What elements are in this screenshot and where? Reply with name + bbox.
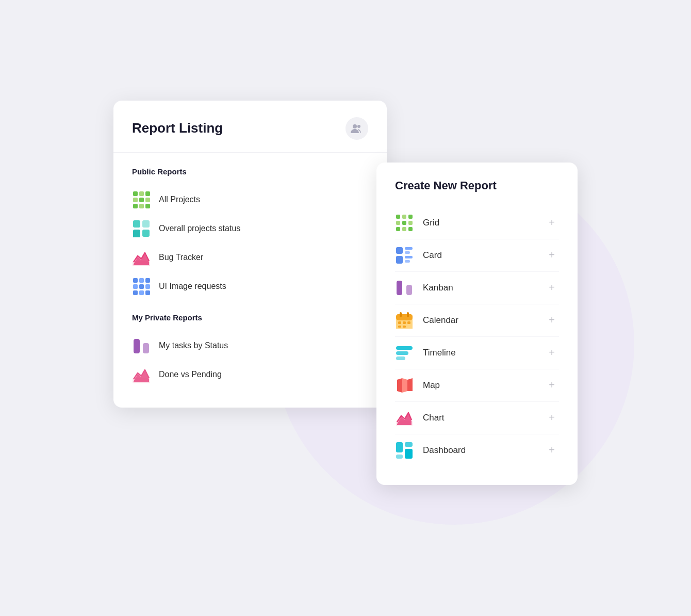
svg-rect-25 (145, 290, 150, 295)
icon-done-vs-pending (132, 365, 151, 384)
svg-rect-42 (405, 256, 413, 258)
create-item-label-dashboard: Dashboard (423, 445, 466, 456)
svg-rect-40 (405, 251, 410, 254)
create-new-report-card: Create New Report (376, 163, 578, 485)
svg-rect-53 (403, 321, 406, 324)
svg-rect-30 (402, 215, 406, 219)
create-item-card[interactable]: Card + (395, 239, 559, 272)
create-item-calendar[interactable]: Calendar + (395, 304, 559, 337)
report-item-bug-tracker[interactable]: Bug Tracker (132, 243, 368, 272)
svg-rect-17 (133, 278, 138, 283)
svg-rect-45 (406, 285, 412, 295)
svg-rect-18 (139, 278, 144, 283)
public-section-title: Public Reports (132, 167, 368, 176)
svg-point-0 (353, 124, 357, 128)
create-item-chart-left: Chart (395, 409, 445, 427)
report-item-label-all-projects: All Projects (159, 195, 200, 204)
svg-rect-61 (396, 442, 403, 452)
create-item-label-grid: Grid (423, 218, 439, 228)
svg-rect-23 (133, 290, 138, 295)
create-item-calendar-left: Calendar (395, 311, 458, 330)
create-item-label-kanban: Kanban (423, 283, 453, 293)
svg-rect-22 (145, 284, 150, 289)
icon-create-timeline (395, 344, 414, 362)
create-item-map-left: Map (395, 376, 440, 395)
private-section-title: My Private Reports (132, 313, 368, 322)
create-item-label-map: Map (423, 380, 440, 391)
svg-rect-4 (145, 191, 150, 196)
create-item-timeline[interactable]: Timeline + (395, 337, 559, 369)
create-item-chart[interactable]: Chart + (395, 402, 559, 434)
report-item-overall-projects-status[interactable]: Overall projects status (132, 214, 368, 243)
svg-rect-5 (133, 198, 138, 202)
svg-rect-57 (396, 346, 413, 350)
svg-rect-10 (145, 204, 150, 208)
create-item-grid[interactable]: Grid + (395, 207, 559, 239)
create-item-dashboard-left: Dashboard (395, 441, 466, 460)
group-icon (351, 123, 363, 134)
svg-rect-52 (398, 321, 401, 324)
report-item-my-tasks-by-status[interactable]: My tasks by Status (132, 331, 368, 360)
svg-rect-8 (133, 204, 138, 208)
svg-rect-54 (407, 321, 410, 324)
add-dashboard-button[interactable]: + (545, 443, 559, 458)
svg-rect-64 (396, 455, 403, 459)
create-report-title: Create New Report (395, 179, 559, 192)
add-map-button[interactable]: + (545, 378, 559, 393)
icon-all-projects (132, 190, 151, 209)
report-item-label-my-tasks-by-status: My tasks by Status (159, 341, 228, 350)
avatar-button[interactable] (346, 117, 368, 140)
report-item-ui-image-requests[interactable]: UI Image requests (132, 272, 368, 301)
svg-rect-3 (139, 191, 144, 196)
svg-rect-36 (402, 227, 406, 231)
report-item-label-overall-projects-status: Overall projects status (159, 224, 240, 233)
add-kanban-button[interactable]: + (545, 281, 559, 295)
report-item-label-bug-tracker: Bug Tracker (159, 253, 203, 262)
create-item-dashboard[interactable]: Dashboard + (395, 434, 559, 466)
report-item-all-projects[interactable]: All Projects (132, 185, 368, 214)
svg-rect-26 (134, 339, 140, 353)
icon-create-kanban (395, 279, 414, 297)
report-item-done-vs-pending[interactable]: Done vs Pending (132, 360, 368, 389)
svg-rect-41 (396, 256, 403, 264)
svg-rect-20 (133, 284, 138, 289)
icon-ui-image-requests (132, 277, 151, 296)
add-card-button[interactable]: + (545, 248, 559, 263)
svg-rect-58 (396, 351, 408, 355)
svg-rect-34 (408, 221, 413, 225)
svg-rect-12 (142, 220, 150, 228)
svg-rect-39 (405, 247, 413, 250)
svg-rect-31 (408, 215, 413, 219)
svg-rect-27 (143, 343, 149, 353)
create-item-kanban-left: Kanban (395, 279, 453, 297)
report-listing-body: Public Reports All P (113, 153, 387, 408)
svg-rect-7 (145, 198, 150, 202)
svg-rect-9 (139, 204, 144, 208)
create-item-map[interactable]: Map + (395, 369, 559, 402)
report-listing-header: Report Listing (113, 101, 387, 153)
add-chart-button[interactable]: + (545, 411, 559, 425)
icon-create-card (395, 246, 414, 265)
icon-create-calendar (395, 311, 414, 330)
svg-rect-24 (139, 290, 144, 295)
svg-rect-63 (405, 449, 413, 459)
svg-rect-33 (402, 221, 406, 225)
svg-rect-11 (133, 220, 140, 228)
svg-rect-55 (398, 326, 401, 328)
create-item-label-chart: Chart (423, 413, 445, 423)
add-timeline-button[interactable]: + (545, 346, 559, 360)
create-item-timeline-left: Timeline (395, 344, 456, 362)
create-item-kanban[interactable]: Kanban + (395, 272, 559, 304)
svg-rect-32 (396, 221, 400, 225)
svg-rect-14 (142, 230, 150, 237)
svg-rect-37 (408, 227, 413, 231)
icon-create-grid (395, 214, 414, 232)
add-calendar-button[interactable]: + (545, 313, 559, 328)
svg-rect-13 (133, 230, 140, 237)
svg-rect-43 (405, 260, 410, 263)
svg-rect-19 (145, 278, 150, 283)
svg-rect-35 (396, 227, 400, 231)
add-grid-button[interactable]: + (545, 216, 559, 230)
svg-rect-21 (139, 284, 144, 289)
create-item-label-timeline: Timeline (423, 348, 456, 358)
